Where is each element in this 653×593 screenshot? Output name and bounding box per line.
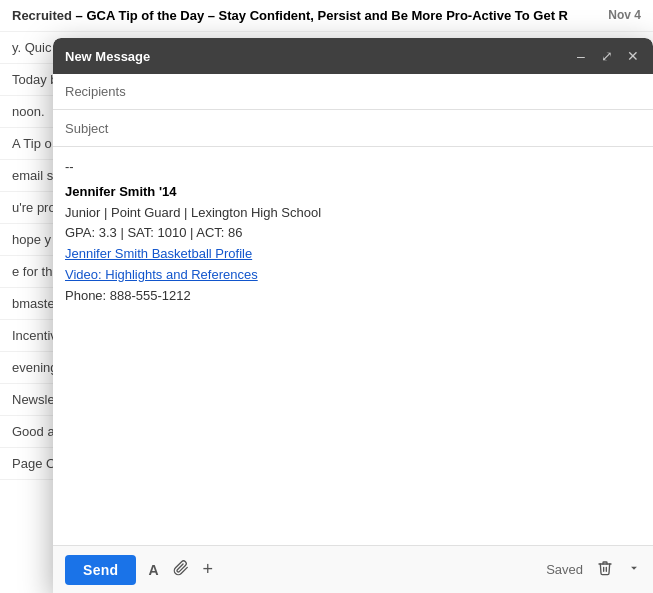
- compose-footer: Send A + Saved: [53, 545, 653, 593]
- recipients-label: Recipients: [65, 84, 126, 99]
- signature-link1-wrapper: Jennifer Smith Basketball Profile: [65, 244, 641, 265]
- signature-phone: Phone: 888-555-1212: [65, 286, 641, 307]
- delete-draft-icon[interactable]: [597, 560, 613, 580]
- compose-body[interactable]: -- Jennifer Smith '14 Junior | Point Gua…: [53, 147, 653, 545]
- signature-dash: --: [65, 157, 641, 178]
- compose-header: New Message – ⤢ ✕: [53, 38, 653, 74]
- bg-sender-10: Incentiv: [12, 328, 57, 343]
- attach-file-icon[interactable]: [173, 560, 189, 579]
- more-options-icon[interactable]: [627, 561, 641, 579]
- bg-sender-0: Recruited: [12, 8, 72, 23]
- subject-field: Subject: [53, 110, 653, 146]
- signature-gpa: GPA: 3.3 | SAT: 1010 | ACT: 86: [65, 223, 641, 244]
- bg-date-0: Nov 4: [608, 8, 641, 22]
- recipients-input[interactable]: [126, 82, 641, 101]
- bg-sender-11: evening: [12, 360, 58, 375]
- recipients-field: Recipients: [53, 74, 653, 110]
- bg-sender-6: u're pro: [12, 200, 56, 215]
- signature-line1: Junior | Point Guard | Lexington High Sc…: [65, 203, 641, 224]
- highlights-link[interactable]: Video: Highlights and References: [65, 267, 258, 282]
- bg-email-row-0: Nov 4 Recruited – GCA Tip of the Day – S…: [0, 0, 653, 32]
- subject-label: Subject: [65, 121, 125, 136]
- bg-sender-14: Page O: [12, 456, 56, 471]
- saved-status: Saved: [546, 562, 583, 577]
- expand-icon[interactable]: ⤢: [599, 49, 615, 63]
- bg-sender-7: hope y: [12, 232, 51, 247]
- insert-icon[interactable]: +: [203, 559, 214, 580]
- bg-sender-8: e for th: [12, 264, 52, 279]
- compose-fields: Recipients Subject: [53, 74, 653, 147]
- close-icon[interactable]: ✕: [625, 49, 641, 63]
- compose-window: New Message – ⤢ ✕ Recipients Subject -- …: [53, 38, 653, 593]
- bg-sender-12: Newsle: [12, 392, 55, 407]
- signature-link2-wrapper: Video: Highlights and References: [65, 265, 641, 286]
- basketball-profile-link[interactable]: Jennifer Smith Basketball Profile: [65, 246, 252, 261]
- bg-sender-3: noon.: [12, 104, 45, 119]
- subject-input[interactable]: [125, 119, 641, 138]
- minimize-icon[interactable]: –: [573, 49, 589, 63]
- bg-sender-2: Today b: [12, 72, 58, 87]
- bg-sender-4: A Tip o: [12, 136, 52, 151]
- bg-sender-1: y. Quic: [12, 40, 52, 55]
- format-text-icon[interactable]: A: [148, 562, 158, 578]
- compose-title: New Message: [65, 49, 150, 64]
- bg-sender-9: bmaster: [12, 296, 59, 311]
- compose-header-actions: – ⤢ ✕: [573, 49, 641, 63]
- bg-subject-0: GCA Tip of the Day – Stay Confident, Per…: [86, 8, 568, 23]
- toolbar-icons: A +: [148, 559, 213, 580]
- footer-right: Saved: [546, 560, 641, 580]
- signature-name: Jennifer Smith '14: [65, 182, 641, 203]
- send-button[interactable]: Send: [65, 555, 136, 585]
